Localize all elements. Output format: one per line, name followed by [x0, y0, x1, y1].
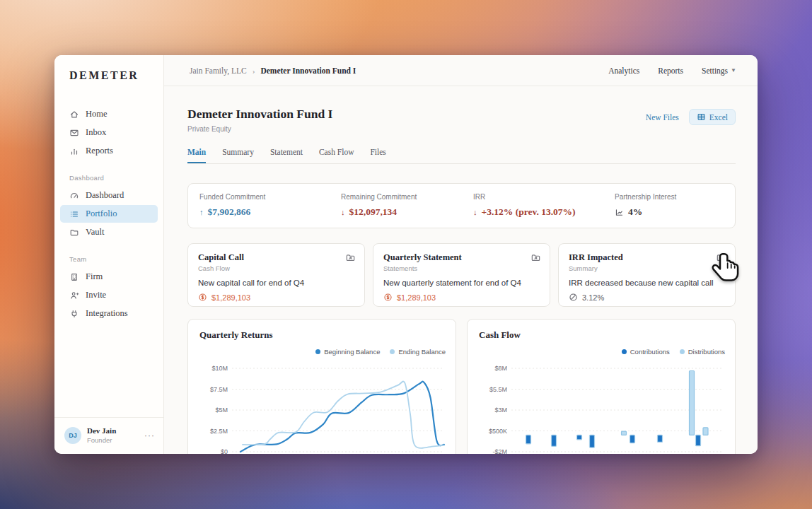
stat-remaining-commitment: Remaining Commitment ↓ $12,097,134: [341, 193, 473, 218]
legend-beginning-balance[interactable]: Beginning Balance: [315, 348, 380, 356]
folder-link-icon[interactable]: [345, 252, 356, 263]
user-card[interactable]: DJ Dev Jain Founder ···: [54, 417, 163, 454]
sidebar-item-inbox[interactable]: Inbox: [60, 124, 158, 141]
chart-plot: -$2M $500K $3M $5.5M $8M: [479, 362, 725, 454]
sidebar-item-portfolio[interactable]: Portfolio: [60, 205, 158, 223]
main-area: Jain Family, LLC › Demeter Innovation Fu…: [164, 55, 758, 454]
sidebar-item-integrations[interactable]: Integrations: [60, 305, 158, 322]
top-nav: AnalyticsReportsSettings▼: [608, 66, 736, 75]
legend-distributions[interactable]: Distributions: [680, 348, 725, 356]
desktop: { "colors": { "accent": "#2e7cb0", "posi…: [0, 0, 812, 509]
legend-dot-icon: [680, 349, 685, 354]
chart-card-quarterly-returns: Quarterly Returns Beginning Balance Endi…: [187, 319, 456, 454]
tab-main[interactable]: Main: [187, 148, 206, 163]
sidebar-item-dashboard[interactable]: Dashboard: [60, 187, 158, 204]
notification-cards-row: Capital Call Cash Flow New capital call …: [187, 243, 736, 307]
arrow-down-icon: ↓: [473, 208, 477, 216]
firm-icon: [69, 272, 79, 282]
dollar-circle-icon: [198, 293, 207, 302]
chart-title: Quarterly Returns: [199, 329, 273, 341]
top-nav-analytics[interactable]: Analytics: [608, 66, 639, 75]
dollar-circle-icon: [383, 293, 393, 302]
chart-axis-icon: [615, 208, 624, 217]
stat-funded-commitment: Funded Commitment ↑ $7,902,866: [199, 193, 341, 218]
vault-icon: [69, 228, 79, 238]
card-irr-impacted[interactable]: IRR Impacted Summary IRR decreased becau…: [558, 243, 736, 307]
svg-text:$7.5M: $7.5M: [210, 386, 228, 393]
svg-text:-$2M: -$2M: [492, 448, 507, 454]
svg-text:$5.5M: $5.5M: [489, 386, 507, 393]
legend-dot-icon: [390, 349, 395, 354]
tab-summary[interactable]: Summary: [222, 148, 254, 163]
legend-dot-icon: [315, 349, 320, 354]
charts-row: Quarterly Returns Beginning Balance Endi…: [187, 319, 736, 454]
card-capital-call[interactable]: Capital Call Cash Flow New capital call …: [187, 243, 365, 307]
app-logo: DEMETER: [54, 55, 163, 82]
excel-button[interactable]: Excel: [689, 109, 736, 125]
chevron-down-icon: ▼: [731, 67, 736, 74]
sidebar-section-header: Team: [54, 255, 163, 267]
stats-summary-card: Funded Commitment ↑ $7,902,866 Remaining…: [187, 183, 736, 228]
legend-ending-balance[interactable]: Ending Balance: [390, 348, 446, 356]
user-name: Dev Jain: [87, 426, 116, 435]
folder-link-icon[interactable]: [530, 252, 541, 263]
sidebar-item-invite[interactable]: Invite: [60, 286, 158, 304]
folder-link-icon[interactable]: [716, 252, 726, 263]
svg-text:$8M: $8M: [494, 365, 507, 372]
chart-legend: Contributions Distributions: [622, 348, 725, 356]
svg-text:$5M: $5M: [215, 406, 228, 414]
app-window: DEMETER Home Inbox ReportsDashboard Dash…: [54, 55, 758, 454]
portfolio-icon: [69, 209, 79, 219]
sidebar-item-home[interactable]: Home: [60, 105, 158, 123]
svg-text:$2.5M: $2.5M: [210, 428, 228, 435]
excel-grid-icon: [697, 112, 706, 122]
arrow-up-icon: ↑: [199, 208, 204, 216]
tab-files[interactable]: Files: [370, 148, 385, 163]
slash-circle-icon: [569, 293, 578, 302]
breadcrumb-separator-icon: ›: [253, 66, 255, 75]
card-quarterly-statement[interactable]: Quarterly Statement Statements New quart…: [373, 243, 550, 307]
sidebar-item-reports[interactable]: Reports: [60, 142, 158, 160]
tab-statement[interactable]: Statement: [270, 148, 303, 163]
chart-title: Cash Flow: [479, 329, 521, 341]
svg-text:$10M: $10M: [211, 365, 228, 372]
tab-bar: MainSummaryStatementCash FlowFiles: [187, 148, 736, 164]
svg-text:$0: $0: [221, 448, 228, 454]
top-nav-reports[interactable]: Reports: [658, 66, 683, 75]
page-subtitle: Private Equity: [187, 125, 332, 133]
svg-text:$500K: $500K: [489, 428, 507, 435]
top-nav-settings[interactable]: Settings▼: [702, 66, 736, 75]
breadcrumb-parent[interactable]: Jain Family, LLC: [190, 66, 247, 75]
new-files-button[interactable]: New Files: [646, 113, 679, 122]
chart-legend: Beginning Balance Ending Balance: [315, 348, 446, 356]
sidebar-item-firm[interactable]: Firm: [60, 268, 158, 286]
sidebar: DEMETER Home Inbox ReportsDashboard Dash…: [54, 55, 164, 454]
top-bar: Jain Family, LLC › Demeter Innovation Fu…: [164, 55, 758, 86]
avatar: DJ: [64, 427, 81, 444]
legend-dot-icon: [622, 349, 627, 354]
breadcrumb: Jain Family, LLC › Demeter Innovation Fu…: [190, 66, 356, 75]
title-row: Demeter Innovation Fund I Private Equity…: [187, 107, 736, 133]
reports-icon: [69, 146, 79, 156]
legend-contributions[interactable]: Contributions: [622, 348, 670, 356]
chart-plot: $0 $2.5M $5M $7.5M $10M: [199, 362, 446, 454]
invite-icon: [69, 291, 79, 300]
stat-irr: IRR ↓ +3.12% (prev. 13.07%): [473, 193, 615, 218]
page-title: Demeter Innovation Fund I: [187, 107, 332, 122]
svg-text:$3M: $3M: [494, 406, 507, 414]
sidebar-nav: Home Inbox ReportsDashboard Dashboard Po…: [54, 105, 163, 417]
integrations-icon: [69, 309, 79, 319]
sidebar-item-vault[interactable]: Vault: [60, 223, 158, 241]
inbox-icon: [69, 128, 79, 138]
dashboard-icon: [69, 191, 79, 201]
tab-cash-flow[interactable]: Cash Flow: [319, 148, 354, 163]
breadcrumb-current: Demeter Innovation Fund I: [260, 66, 356, 75]
user-role: Founder: [87, 436, 116, 444]
page-content: Demeter Innovation Fund I Private Equity…: [164, 86, 758, 454]
home-icon: [69, 110, 79, 119]
chart-card-cash-flow: Cash Flow Contributions Distributions -$…: [467, 319, 736, 454]
sidebar-section-header: Dashboard: [54, 174, 163, 186]
arrow-down-icon: ↓: [341, 208, 345, 216]
user-menu-icon[interactable]: ···: [144, 431, 155, 440]
stat-partnership-interest: Partnership Interest 4%: [615, 193, 724, 218]
